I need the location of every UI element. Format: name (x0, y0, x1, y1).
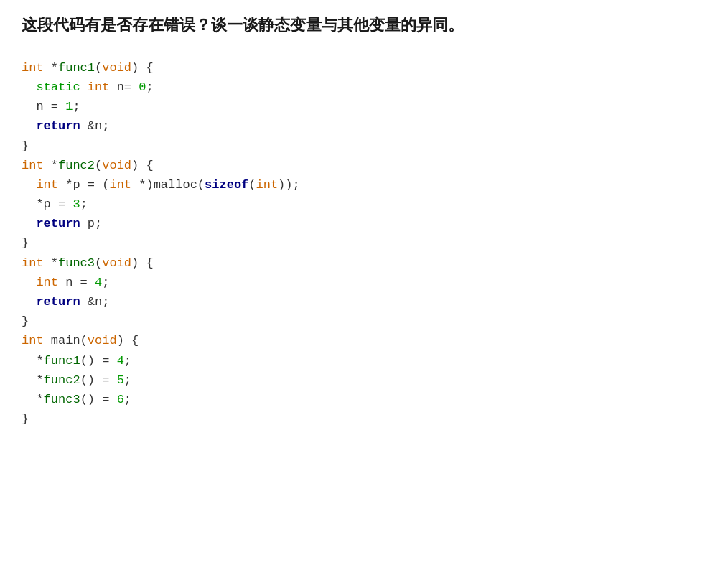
code-line-15: int main(void) { (22, 331, 693, 350)
code-line-4: return &n; (22, 116, 693, 136)
code-line-14: } (22, 312, 693, 331)
code-line-6: int *func2(void) { (22, 156, 693, 175)
question-text: 这段代码有是否存在错误？谈一谈静态变量与其他变量的异同。 (22, 14, 693, 37)
code-line-10: } (22, 233, 693, 253)
code-line-13: return &n; (22, 292, 693, 312)
code-line-8: *p = 3; (22, 195, 693, 214)
code-block: int *func1(void) { static int n= 0; n = … (22, 51, 693, 437)
code-line-3: n = 1; (22, 97, 693, 116)
code-line-1: int *func1(void) { (22, 58, 693, 78)
code-line-18: *func3() = 6; (22, 390, 693, 409)
code-line-17: *func2() = 5; (22, 370, 693, 390)
code-line-7: int *p = (int *)malloc(sizeof(int)); (22, 175, 693, 195)
code-line-11: int *func3(void) { (22, 253, 693, 273)
code-line-2: static int n= 0; (22, 78, 693, 97)
code-line-5: } (22, 136, 693, 156)
code-line-9: return p; (22, 214, 693, 233)
code-line-16: *func1() = 4; (22, 351, 693, 370)
code-line-19: } (22, 409, 693, 429)
code-line-12: int n = 4; (22, 273, 693, 292)
